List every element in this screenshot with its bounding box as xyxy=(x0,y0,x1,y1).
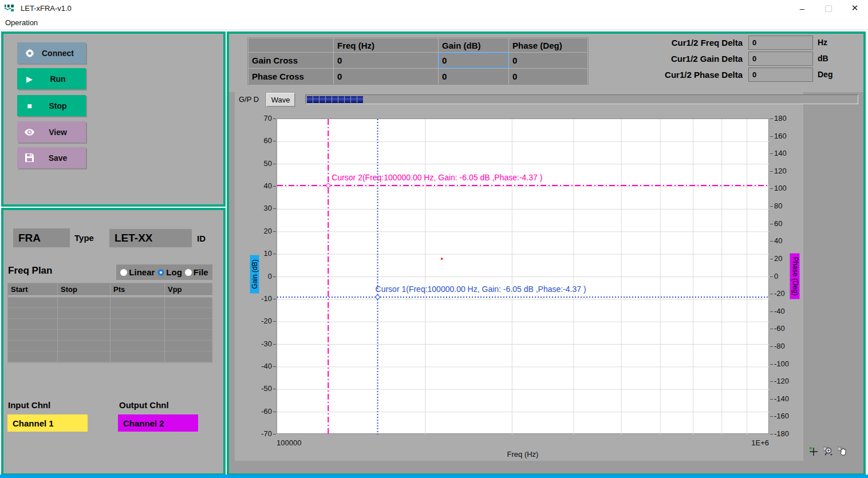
col-header-vpp: Vpp xyxy=(165,283,213,297)
tab-wave[interactable]: Wave xyxy=(266,92,295,107)
gain-cross-phase-cell[interactable]: 0 xyxy=(509,53,587,68)
output-chnl-label: Output Chnl xyxy=(119,400,169,410)
freq-plan-label: Freq Plan xyxy=(8,265,52,276)
input-chnl-select[interactable]: Channel 1 xyxy=(7,414,88,432)
gain-tick-label: 50 xyxy=(244,159,272,168)
radio-log[interactable]: Log xyxy=(157,267,182,277)
app-window: LET-xFRA-v1.0 – ▢ ✕ Operation Connect ▶ … xyxy=(0,0,868,478)
save-button[interactable]: Save xyxy=(17,147,86,168)
axis-tick xyxy=(770,346,773,347)
radio-file[interactable]: File xyxy=(185,267,208,277)
freq-plan-cell[interactable] xyxy=(58,308,111,319)
freq-plan-cell[interactable] xyxy=(58,330,111,341)
phase-delta-unit: Deg xyxy=(818,70,833,79)
axis-tick xyxy=(770,416,773,417)
x-tick-max: 1E+6 xyxy=(700,439,769,447)
input-chnl-label: Input Chnl xyxy=(8,400,50,410)
freq-plan-cell[interactable] xyxy=(111,308,165,319)
axis-tick xyxy=(273,412,276,412)
stop-button[interactable]: ■ Stop xyxy=(17,95,86,116)
plot-svg xyxy=(277,119,770,434)
axis-tick xyxy=(770,188,773,189)
phase-cross-gain-cell[interactable]: 0 xyxy=(439,69,508,84)
freq-plan-cell[interactable] xyxy=(165,319,213,330)
gain-cross-gain-cell[interactable]: 0 xyxy=(439,53,508,68)
gain-tick-label: -50 xyxy=(244,384,272,393)
freq-plan-cell[interactable] xyxy=(8,319,58,330)
freq-plan-cell[interactable] xyxy=(165,308,213,319)
axis-tick xyxy=(770,364,773,365)
type-label: Type xyxy=(74,233,94,243)
radio-linear[interactable]: Linear xyxy=(120,267,155,277)
window-controls: – ▢ ✕ xyxy=(789,0,868,16)
measurement-panel: Freq (Hz) Gain (dB) Phase (Deg) Gain Cro… xyxy=(227,31,866,476)
pan-hand-icon[interactable] xyxy=(838,447,848,457)
freq-plan-cell[interactable] xyxy=(111,341,165,351)
tab-gpd[interactable]: G/P D xyxy=(239,95,259,104)
freq-plan-cell[interactable] xyxy=(111,319,165,330)
freq-plan-cell[interactable] xyxy=(111,330,165,341)
gain-tick-label: -10 xyxy=(244,294,272,303)
menu-operation[interactable]: Operation xyxy=(0,18,43,27)
axis-tick xyxy=(273,164,276,164)
cross-header-phase: Phase (Deg) xyxy=(509,38,587,52)
phase-tick-label: -160 xyxy=(774,412,799,420)
progress-segment xyxy=(351,96,357,103)
id-field[interactable]: LET-XX xyxy=(109,229,192,247)
phase-delta-field[interactable]: 0 xyxy=(748,68,813,82)
bode-plot[interactable]: Cursor 1(Freq:100000.00 Hz, Gain: -6.05 … xyxy=(277,118,769,434)
connect-button[interactable]: Connect xyxy=(17,42,86,64)
freq-plan-cell[interactable] xyxy=(165,341,213,351)
freq-plan-cell[interactable] xyxy=(165,330,213,341)
gain-tick-label: 0 xyxy=(244,272,272,281)
freq-delta-field[interactable]: 0 xyxy=(748,35,813,50)
type-field[interactable]: FRA xyxy=(13,228,70,247)
cursor-1-label[interactable]: Cursor 1(Freq:100000.00 Hz, Gain: -6.05 … xyxy=(376,285,586,294)
run-button[interactable]: ▶ Run xyxy=(17,68,86,89)
phase-tick-label: -40 xyxy=(774,307,799,315)
radio-dot[interactable] xyxy=(157,269,164,276)
axis-tick xyxy=(770,224,773,224)
cursor-2-label[interactable]: Cursor 2(Freq:100000.00 Hz, Gain: -6.05 … xyxy=(332,173,542,182)
freq-plan-cell[interactable] xyxy=(58,297,111,308)
freq-plan-cell[interactable] xyxy=(58,351,111,362)
maximize-button[interactable]: ▢ xyxy=(815,0,842,16)
axis-tick xyxy=(273,254,276,254)
radio-dot[interactable] xyxy=(185,269,192,276)
phase-cross-label: Phase Cross xyxy=(248,69,333,84)
output-chnl-select[interactable]: Channel 2 xyxy=(118,414,198,432)
freq-plan-cell[interactable] xyxy=(111,351,165,362)
view-button[interactable]: View xyxy=(17,121,86,143)
phase-tick-label: 100 xyxy=(774,184,799,192)
gain-cross-freq-cell[interactable]: 0 xyxy=(334,53,438,68)
zoom-icon[interactable] xyxy=(823,447,834,457)
close-button[interactable]: ✕ xyxy=(842,0,868,16)
axis-tick xyxy=(770,171,773,172)
freq-plan-cell[interactable] xyxy=(58,319,111,330)
axis-tick xyxy=(273,231,276,232)
axis-tick xyxy=(273,366,276,367)
radio-dot[interactable] xyxy=(120,269,127,276)
freq-plan-cell[interactable] xyxy=(111,297,165,308)
freq-axis-label: Freq (Hz) xyxy=(277,450,769,459)
gain-tick-label: 40 xyxy=(244,181,272,190)
phase-cross-freq-cell[interactable]: 0 xyxy=(334,69,438,84)
freq-plan-cell[interactable] xyxy=(58,341,111,351)
cursor-marker xyxy=(326,183,330,188)
freq-plan-cell[interactable] xyxy=(8,308,58,319)
axis-tick xyxy=(273,299,276,299)
gain-delta-field[interactable]: 0 xyxy=(748,52,813,66)
phase-cross-phase-cell[interactable]: 0 xyxy=(509,69,587,84)
freq-plan-cell[interactable] xyxy=(165,297,213,308)
freq-plan-row xyxy=(8,297,212,308)
freq-plan-cell[interactable] xyxy=(8,351,58,362)
freq-plan-cell[interactable] xyxy=(8,341,58,351)
phase-tick-label: 80 xyxy=(774,202,799,210)
minimize-button[interactable]: – xyxy=(789,0,815,16)
freq-plan-cell[interactable] xyxy=(8,330,58,341)
control-panel: Connect ▶ Run ■ Stop View Save xyxy=(1,31,226,207)
freq-plan-row xyxy=(8,319,212,330)
crosshair-icon[interactable] xyxy=(809,447,819,457)
freq-plan-cell[interactable] xyxy=(165,351,213,362)
freq-plan-cell[interactable] xyxy=(8,297,58,308)
